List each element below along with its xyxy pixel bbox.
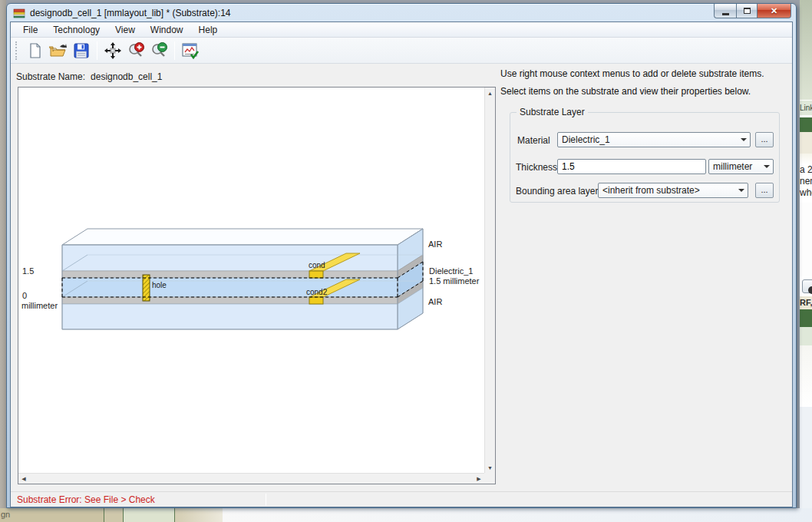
menu-item-view[interactable]: View: [107, 23, 143, 37]
fit-view-icon: [104, 41, 122, 60]
bg-text-fragments: a 2 nem whe: [800, 164, 812, 203]
window-title: designodb_cell_1 [mmlayout_lib] * (Subst…: [30, 8, 230, 18]
title-bar[interactable]: designodb_cell_1 [mmlayout_lib] * (Subst…: [7, 4, 796, 21]
substrate-name-label: Substrate Name:: [16, 71, 85, 82]
menu-item-technology[interactable]: Technology: [45, 23, 107, 37]
maximize-button[interactable]: [736, 4, 757, 18]
close-button[interactable]: ✕: [757, 4, 791, 18]
cond-trace-front[interactable]: [309, 271, 323, 278]
hint-context-menus: Use right mouse context menus to add or …: [500, 68, 764, 79]
substrate-check-icon: [181, 41, 200, 60]
hole-label: hole: [152, 281, 167, 289]
thickness-label: Thickness: [516, 162, 557, 173]
scroll-down-icon[interactable]: ▼: [485, 462, 496, 473]
menu-bar: File Technology View Window Help: [11, 22, 792, 38]
air-bottom-layer[interactable]: [62, 304, 398, 329]
bg-linkback-label: LinkB: [800, 100, 812, 115]
toolbar-separator: [97, 41, 97, 60]
chevron-down-icon: [735, 189, 748, 192]
substrate-name-value: designodb_cell_1: [91, 71, 162, 82]
bg-green-bar-top: [800, 117, 812, 132]
material-select[interactable]: Dielectric_1: [557, 132, 751, 147]
bg-panel-gradient: [800, 0, 812, 100]
scrollbar-corner: [484, 473, 495, 484]
new-button[interactable]: [24, 40, 47, 61]
scroll-up-icon[interactable]: ▲: [485, 88, 496, 98]
bg-button-fragment: [800, 276, 812, 296]
bounding-area-label: Bounding area layer:: [516, 186, 601, 197]
minimize-icon: [722, 13, 729, 15]
bounding-area-browse-button[interactable]: ...: [755, 183, 774, 198]
cond2-trace-front[interactable]: [309, 297, 323, 304]
open-folder-icon: [49, 42, 68, 59]
layer-label-air-top: AIR: [428, 240, 442, 249]
chevron-down-icon: [761, 165, 773, 168]
bounding-area-select[interactable]: <inherit from substrate>: [598, 183, 748, 198]
save-icon: [73, 42, 90, 59]
layer-label-dielectric: Dielectric_1: [429, 266, 473, 276]
scroll-right-icon[interactable]: ▶: [474, 474, 484, 484]
substrate-editor-window: designodb_cell_1 [mmlayout_lib] * (Subst…: [6, 3, 797, 508]
axis-label-unit: millimeter: [21, 301, 58, 310]
open-button[interactable]: [47, 40, 70, 61]
layer-label-dielectric-thickness: 1.5 millimeter: [429, 276, 480, 286]
save-button[interactable]: [70, 40, 93, 61]
main-content: Substrate Name: designodb_cell_1: [11, 64, 792, 491]
zoom-in-button[interactable]: [124, 40, 147, 61]
fit-view-button[interactable]: [101, 40, 124, 61]
menu-item-help[interactable]: Help: [191, 23, 226, 37]
status-error-message: Substrate Error: See File > Check: [11, 494, 155, 505]
toolbar: [11, 38, 792, 64]
toolbar-separator: [174, 41, 175, 60]
hint-select-items: Select items on the substrate and view t…: [500, 86, 751, 97]
thickness-input[interactable]: [557, 159, 706, 174]
group-title: Substrate Layer: [517, 107, 588, 117]
material-browse-button[interactable]: ...: [755, 132, 774, 147]
bg-green-bar-bottom: [800, 309, 812, 327]
close-icon: ✕: [771, 6, 777, 16]
menu-item-window[interactable]: Window: [143, 23, 191, 37]
maximize-icon: [744, 8, 751, 14]
axis-label-zero: 0: [22, 291, 27, 300]
background-window-left-sliver: [0, 0, 6, 508]
bg-rf-label: RF, N: [800, 296, 812, 309]
substrate-top-face: [62, 229, 423, 245]
horizontal-scrollbar[interactable]: ◀ ▶: [18, 473, 484, 484]
status-bar: Substrate Error: See File > Check: [11, 491, 792, 507]
material-label: Material: [517, 135, 550, 146]
axis-label-top: 1.5: [22, 266, 34, 276]
substrate-diagram: 1.5 0 millimeter AIR Dielectric_1 1.5 mi…: [18, 88, 484, 473]
bg-gn-label: gn: [0, 508, 104, 522]
minimize-button[interactable]: [714, 4, 736, 18]
cond2-label: cond2: [306, 288, 328, 296]
vertical-scrollbar[interactable]: ▲ ▼: [484, 88, 495, 473]
new-document-icon: [27, 42, 44, 59]
zoom-in-icon: [127, 41, 145, 60]
zoom-out-button[interactable]: [147, 40, 170, 61]
substrate-app-icon: [13, 7, 25, 19]
zoom-out-icon: [150, 41, 168, 60]
thickness-unit-select[interactable]: millimeter: [708, 159, 774, 174]
chevron-down-icon: [738, 138, 750, 141]
scroll-left-icon[interactable]: ◀: [18, 474, 29, 484]
menu-item-file[interactable]: File: [15, 23, 45, 37]
layer-label-air-bottom: AIR: [428, 297, 442, 306]
cond-interface-layer[interactable]: [62, 271, 398, 278]
cond-label: cond: [309, 261, 325, 269]
substrate-check-button[interactable]: [179, 40, 202, 61]
cond2-interface-layer[interactable]: [62, 297, 398, 304]
background-window-right-sliver: LinkB a 2 nem whe RF, N: [800, 0, 812, 522]
substrate-layer-group: Substrate Layer Material Dielectric_1 ..…: [510, 112, 780, 203]
substrate-canvas[interactable]: 1.5 0 millimeter AIR Dielectric_1 1.5 mi…: [18, 87, 496, 484]
toolbar-grip[interactable]: [15, 41, 18, 60]
background-window-bottom-sliver: gn: [0, 508, 812, 522]
status-bar-separator: [266, 494, 266, 506]
